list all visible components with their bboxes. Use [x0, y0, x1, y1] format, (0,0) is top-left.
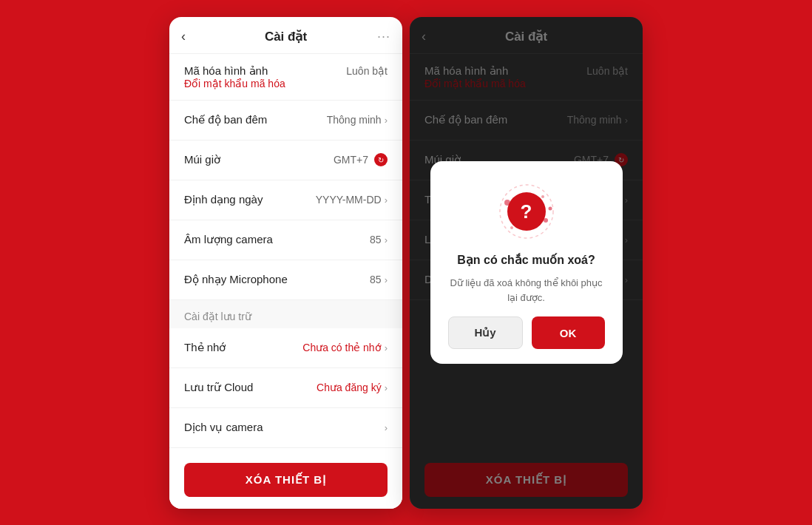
left-value-ma-hoa: Luôn bật [346, 65, 388, 77]
modal-box: ? Bạn có chắc muốn xoá? Dữ liệu đã xoá k… [430, 161, 623, 364]
left-header-title: Cài đặt [265, 29, 307, 44]
left-value-che-do: Thông minh › [327, 114, 388, 126]
svg-point-5 [548, 207, 552, 211]
left-value-luu-tru: Chưa đăng ký › [317, 382, 388, 393]
left-chevron-luu-tru: › [385, 382, 388, 393]
modal-buttons: Hủy OK [448, 316, 605, 349]
modal-ok-button[interactable]: OK [532, 316, 605, 349]
left-label-am-luong: Âm lượng camera [184, 233, 273, 246]
svg-point-3 [541, 195, 544, 198]
screen-left: ‹ Cài đặt ··· Mã hóa hình ảnh Luôn bật Đ… [169, 17, 402, 509]
left-item-am-luong[interactable]: Âm lượng camera 85 › [169, 220, 402, 260]
modal-description: Dữ liệu đã xoá không thể khôi phục lại đ… [448, 276, 605, 305]
left-header-dots[interactable]: ··· [377, 29, 390, 44]
left-item-the-nho[interactable]: Thẻ nhớ Chưa có thẻ nhớ › [169, 328, 402, 368]
left-label-do-nhay: Độ nhạy Microphone [184, 273, 288, 286]
left-delete-container: XÓA THIẾT BỊ [169, 451, 402, 509]
svg-point-4 [510, 226, 513, 229]
left-item-luu-tru[interactable]: Lưu trữ Cloud Chưa đăng ký › [169, 368, 402, 408]
left-label-dinh-dang: Định dạng ngày [184, 193, 263, 206]
left-chevron-dinh-dang: › [385, 194, 388, 206]
left-value-dinh-dang: YYYY-MM-DD › [316, 194, 388, 206]
left-item-che-do[interactable]: Chế độ ban đêm Thông minh › [169, 101, 402, 140]
left-label-luu-tru: Lưu trữ Cloud [184, 381, 253, 394]
left-value-dich-vu: › [385, 422, 388, 433]
left-label-mui-gio: Múi giờ [184, 153, 220, 166]
modal-cancel-button[interactable]: Hủy [448, 316, 523, 349]
modal-overlay: ? Bạn có chắc muốn xoá? Dữ liệu đã xoá k… [410, 17, 643, 509]
left-item-mui-gio[interactable]: Múi giờ GMT+7 ↻ [169, 140, 402, 180]
left-header: ‹ Cài đặt ··· [169, 17, 402, 54]
left-item-dinh-dang[interactable]: Định dạng ngày YYYY-MM-DD › [169, 180, 402, 220]
left-label-the-nho: Thẻ nhớ [184, 341, 226, 354]
left-delete-button[interactable]: XÓA THIẾT BỊ [184, 463, 388, 497]
left-chevron-che-do: › [385, 115, 388, 126]
left-chevron-do-nhay: › [385, 274, 388, 285]
screens-container: ‹ Cài đặt ··· Mã hóa hình ảnh Luôn bật Đ… [169, 17, 643, 509]
left-item-dich-vu[interactable]: Dịch vụ camera › [169, 408, 402, 448]
left-value-the-nho: Chưa có thẻ nhớ › [302, 342, 388, 353]
left-link-ma-hoa[interactable]: Đổi mật khẩu mã hóa [184, 78, 285, 89]
left-storage-section-label: Cài đặt lưu trữ [169, 300, 402, 328]
left-chevron-am-luong: › [385, 234, 388, 245]
screen-right: ‹ Cài đặt Mã hóa hình ảnh Luôn bật Đổi m… [410, 17, 643, 509]
left-value-mui-gio: GMT+7 ↻ [334, 153, 388, 166]
left-item-ma-hoa[interactable]: Mã hóa hình ảnh Luôn bật Đổi mật khẩu mã… [169, 54, 402, 101]
left-settings-list: Mã hóa hình ảnh Luôn bật Đổi mật khẩu mã… [169, 54, 402, 451]
left-value-do-nhay: 85 › [370, 274, 388, 285]
left-refresh-icon-mui-gio[interactable]: ↻ [374, 153, 388, 166]
left-label-che-do: Chế độ ban đêm [184, 113, 267, 126]
left-label-dich-vu: Dịch vụ camera [184, 421, 263, 434]
modal-icon-container: ? [497, 182, 556, 241]
left-value-am-luong: 85 › [370, 234, 388, 245]
left-chevron-dich-vu: › [385, 422, 388, 433]
modal-title: Bạn có chắc muốn xoá? [457, 253, 595, 267]
modal-question-icon: ? [507, 192, 546, 231]
left-chevron-the-nho: › [385, 342, 388, 353]
left-item-do-nhay[interactable]: Độ nhạy Microphone 85 › [169, 260, 402, 300]
left-label-ma-hoa: Mã hóa hình ảnh [184, 64, 268, 78]
left-back-button[interactable]: ‹ [181, 29, 186, 44]
